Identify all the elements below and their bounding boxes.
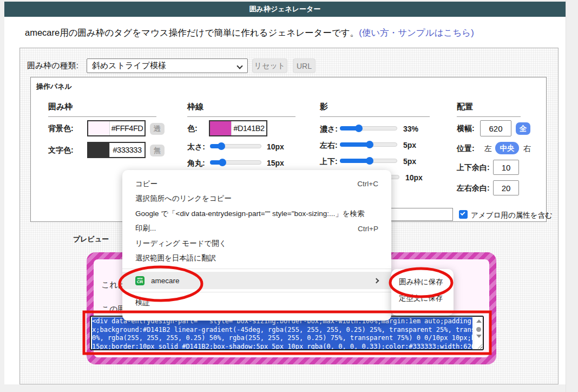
padding-h-input[interactable]: 20 — [493, 180, 519, 195]
menu-item-print[interactable]: 印刷... Ctrl+P — [122, 221, 391, 237]
scroll-up-icon[interactable] — [476, 319, 482, 323]
scroll-down-icon[interactable] — [476, 335, 482, 338]
bg-color-value: #FFF4FD — [110, 121, 144, 135]
code-selection: <div data-entrydesign-part="" style="box… — [92, 317, 472, 349]
shadow-y-label: 上下: — [320, 157, 338, 167]
page-scrollbar[interactable] — [566, 0, 578, 392]
border-color-value: #D141B2 — [232, 121, 266, 135]
menu-separator — [122, 269, 391, 269]
border-color-swatch — [210, 121, 232, 135]
padding-h-label: 左右余白: — [457, 184, 490, 193]
reset-button[interactable]: リセット — [252, 58, 287, 73]
ameblo-checkbox[interactable] — [459, 210, 468, 219]
amecare-icon: ame CR — [135, 276, 144, 285]
bg-color-label: 背景色: — [48, 124, 74, 134]
context-submenu: 囲み枠に保存 定型文に保存 — [391, 269, 454, 316]
url-button[interactable]: URL — [293, 58, 316, 73]
shadow-blur-value: 10px — [405, 173, 423, 182]
ameblo-checkbox-label: アメブロ用の属性を含む — [471, 211, 553, 220]
page-title: 囲み枠ジェネレーター — [4, 2, 566, 17]
text-color-label: 文字色: — [48, 146, 74, 155]
bg-transparent-button[interactable]: 透 — [150, 123, 165, 135]
text-color-value: #333333 — [110, 143, 144, 157]
menu-item-translate[interactable]: 選択範囲を日本語に翻訳 — [122, 251, 391, 266]
menu-item-amecare[interactable]: ame CR amecare — [122, 272, 391, 289]
border-width-slider[interactable] — [210, 142, 261, 150]
border-radius-value: 15px — [267, 159, 284, 167]
code-line: x;background:#D141B2 linear-gradient(-45… — [92, 326, 472, 335]
shadow-section-title: 影 — [320, 102, 430, 117]
menu-separator — [122, 292, 391, 292]
scrollbar-thumb[interactable] — [476, 327, 481, 332]
text-color-swatch — [88, 143, 110, 157]
menu-item-copy-link[interactable]: 選択箇所へのリンクをコピー — [122, 192, 391, 207]
code-line: 15px;border:10px solid #D141B2;box-shado… — [92, 343, 472, 350]
position-right-option[interactable]: 右 — [523, 144, 531, 154]
intro-line: amecare用の囲み枠のタグをマウス操作だけで簡単に作れるジェネレーターです。… — [25, 27, 474, 39]
border-width-label: 太さ: — [187, 142, 205, 152]
frame-section-title: 囲み枠 — [48, 102, 156, 117]
layout-section-title: 配置 — [457, 102, 521, 117]
position-center-option[interactable]: 中央 — [495, 142, 519, 154]
check-icon — [460, 211, 465, 215]
border-color-picker[interactable]: #D141B2 — [209, 120, 267, 136]
shadow-y-value: 5px — [403, 157, 416, 166]
shadow-opacity-slider[interactable] — [340, 125, 397, 132]
menu-item-copy[interactable]: コピー Ctrl+C — [122, 177, 391, 192]
width-label: 横幅: — [457, 124, 475, 134]
frame-type-selected: 斜めストライプ模様 — [92, 61, 166, 71]
intro-text: amecare用の囲み枠のタグをマウス操作だけで簡単に作れるジェネレーターです。 — [25, 28, 359, 37]
context-menu: コピー Ctrl+C 選択箇所へのリンクをコピー Google で「<div d… — [122, 170, 391, 321]
frame-type-label: 囲み枠の種類: — [27, 61, 78, 71]
border-radius-label: 角丸: — [187, 159, 205, 168]
border-width-value: 10px — [267, 142, 284, 151]
control-panel-title: 操作パネル — [36, 82, 72, 92]
submenu-item-save-frame[interactable]: 囲み枠に保存 — [391, 274, 454, 290]
padding-v-label: 上下余白: — [457, 163, 490, 173]
submenu-arrow-icon — [374, 278, 379, 283]
code-line: 0%, rgba(255, 255, 255, 0.25) 50%, rgba(… — [92, 334, 472, 343]
position-left-option[interactable]: 左 — [484, 144, 492, 154]
border-section-title: 枠線 — [187, 102, 295, 117]
menu-item-inspect[interactable]: 検証 — [122, 295, 391, 310]
bg-color-swatch — [88, 121, 110, 135]
text-color-picker[interactable]: #333333 — [87, 142, 146, 158]
code-textarea[interactable]: <div data-entrydesign-part="" style="box… — [90, 316, 484, 350]
shadow-x-slider[interactable] — [340, 141, 397, 148]
shadow-x-value: 5px — [403, 141, 416, 149]
frame-type-select[interactable]: 斜めストライプ模様 — [87, 58, 248, 73]
shadow-x-label: 左右: — [320, 141, 338, 151]
border-color-label: 色: — [187, 124, 198, 134]
bg-color-picker[interactable]: #FFF4FD — [87, 120, 146, 136]
full-width-button[interactable]: 全 — [516, 122, 530, 135]
usage-sample-link[interactable]: (使い方・サンプルはこちら) — [359, 28, 474, 37]
position-label: 位置: — [457, 144, 475, 154]
chevron-down-icon — [237, 63, 242, 69]
border-radius-slider[interactable] — [210, 159, 261, 166]
submenu-item-save-template[interactable]: 定型文に保存 — [391, 290, 454, 306]
shadow-opacity-value: 33% — [403, 125, 418, 133]
shadow-opacity-label: 濃さ: — [320, 125, 338, 134]
preview-title: プレビュー — [73, 234, 109, 244]
width-input[interactable]: 620 — [480, 120, 511, 136]
padding-v-input[interactable]: 10 — [493, 160, 519, 175]
menu-item-google-search[interactable]: Google で「<div data-entrydesign-part="" s… — [122, 206, 391, 221]
menu-item-reading-mode[interactable]: リーディング モードで開く — [122, 236, 391, 251]
shadow-y-slider[interactable] — [340, 157, 397, 165]
text-none-button[interactable]: 無 — [150, 145, 165, 156]
